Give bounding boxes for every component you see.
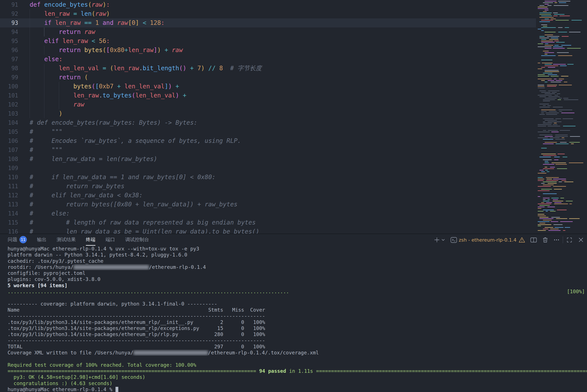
code-line[interactable]: 105# """ — [0, 127, 587, 136]
line-number: 98 — [0, 64, 18, 73]
minimap-line — [538, 86, 544, 87]
panel-tab-debug-console[interactable]: 调试控制台 — [125, 234, 149, 246]
minimap-line — [541, 24, 547, 25]
code-line[interactable]: 113# return bytes([0x80 + len_raw_data])… — [0, 200, 587, 209]
code-line[interactable]: 96 return bytes([0x80+len_raw]) + raw — [0, 46, 587, 55]
panel-tab-ports[interactable]: 端口 — [106, 234, 115, 246]
minimap-line — [550, 211, 556, 212]
code-line[interactable]: 112# elif len_raw_data < 0x38: — [0, 191, 587, 200]
code-text: len_raw.to_bytes(len_len_val) + — [30, 91, 186, 100]
minimap-line — [554, 5, 568, 6]
terminal-line: Coverage XML written to file /Users/huny… — [8, 350, 587, 356]
more-actions-button[interactable] — [554, 239, 559, 241]
line-number: 107 — [0, 146, 18, 154]
terminal-tab-label[interactable]: zsh - ethereum-rlp-0.1.4 — [459, 237, 516, 243]
minimap-line — [556, 42, 565, 42]
minimap-line — [553, 46, 563, 47]
minimap[interactable] — [536, 0, 587, 234]
new-terminal-button[interactable] — [434, 237, 440, 243]
minimap-line — [543, 105, 546, 106]
code-text: else: — [30, 55, 63, 64]
minimap-line — [564, 100, 578, 100]
minimap-line — [543, 123, 552, 124]
minimap-line — [553, 64, 566, 64]
minimap-line — [564, 182, 573, 182]
minimap-line — [567, 64, 573, 64]
code-line[interactable]: 114# else: — [0, 209, 587, 218]
code-line[interactable]: 93 if len_raw == 1 and raw[0] < 128: — [0, 18, 587, 28]
panel-tab-output[interactable]: 输出 — [37, 234, 47, 246]
code-line[interactable]: 99 return ( — [0, 73, 587, 82]
minimap-line — [538, 124, 551, 125]
code-line[interactable]: 102 raw — [0, 100, 587, 109]
code-line[interactable]: 109 — [0, 164, 587, 173]
code-line[interactable]: 115# # length of raw data represented as… — [0, 218, 587, 227]
split-terminal-button[interactable] — [530, 237, 537, 243]
code-line[interactable]: 111# return raw_bytes — [0, 182, 587, 191]
code-line[interactable]: 106# Encodes `raw_bytes`, a sequence of … — [0, 136, 587, 146]
code-editor[interactable]: 91def encode_bytes(raw):92 len_raw = len… — [0, 0, 587, 234]
line-number: 105 — [0, 127, 18, 136]
minimap-line — [545, 18, 549, 19]
minimap-line — [538, 204, 551, 204]
code-line[interactable]: 91def encode_bytes(raw): — [0, 0, 587, 9]
minimap-line — [539, 14, 551, 15]
minimap-line — [543, 168, 554, 169]
tab-label: 输出 — [37, 236, 47, 243]
terminal-line: cachedir: .tox/py3/.pytest_cache — [8, 258, 587, 264]
code-line[interactable]: 110# if len_raw_data == 1 and raw_bytes[… — [0, 173, 587, 182]
minimap-line — [541, 183, 545, 184]
minimap-line — [541, 27, 556, 28]
kill-terminal-button[interactable] — [542, 237, 548, 243]
minimap-line — [543, 210, 554, 210]
split-icon — [530, 237, 537, 243]
minimap-line — [538, 208, 541, 209]
code-line[interactable]: 100 bytes([0xb7 + len_len_val]) + — [0, 82, 587, 91]
minimap-line — [546, 211, 548, 212]
code-line[interactable]: 97 else: — [0, 55, 587, 64]
minimap-line — [545, 10, 548, 10]
line-number: 112 — [0, 191, 18, 200]
code-line[interactable]: 116# len_raw_data_as_be = Uint(len_raw_d… — [0, 227, 587, 234]
code-line[interactable]: 107# """ — [0, 146, 587, 154]
terminal-warning[interactable] — [519, 237, 525, 243]
minimap-line — [557, 52, 569, 53]
minimap-line — [538, 79, 552, 79]
minimap-line — [539, 107, 550, 108]
minimap-line — [555, 164, 567, 165]
minimap-line — [538, 221, 549, 222]
code-line[interactable]: 95 elif len_raw < 56: — [0, 36, 587, 46]
launch-profile-dropdown[interactable] — [441, 238, 445, 241]
minimap-line — [569, 32, 581, 32]
minimap-line — [541, 92, 550, 93]
code-line[interactable]: 101 len_raw.to_bytes(len_len_val) + — [0, 91, 587, 100]
close-panel-button[interactable] — [578, 237, 583, 242]
trash-icon — [542, 237, 548, 243]
minimap-line — [569, 162, 583, 163]
terminal-output[interactable]: hunya@hunyaMac ethereum-rlp-0.1.4 % uvx … — [0, 246, 587, 392]
code-line[interactable]: 108# len_raw_data = len(raw_bytes) — [0, 154, 587, 164]
code-line[interactable]: 92 len_raw = len(raw) — [0, 9, 587, 18]
terminal-tab[interactable] — [451, 237, 457, 243]
code-line[interactable]: 103 ) — [0, 109, 587, 118]
minimap-line — [558, 1, 570, 2]
maximize-panel-button[interactable] — [566, 237, 572, 243]
panel-tab-test-results[interactable]: 测试结果 — [57, 234, 76, 246]
minimap-line — [563, 98, 568, 98]
minimap-line — [548, 126, 560, 126]
minimap-line — [543, 164, 554, 165]
minimap-line — [554, 95, 558, 96]
code-line[interactable]: 94 return raw — [0, 28, 587, 36]
code-line[interactable]: 98 len_len_val = (len_raw.bit_length() +… — [0, 64, 587, 73]
panel-tab-problems[interactable]: 问题11 — [8, 234, 27, 246]
code-line[interactable]: 104# def encode_bytes(raw_bytes: Bytes) … — [0, 118, 587, 127]
line-number: 102 — [0, 100, 18, 109]
code-text: len_raw = len(raw) — [30, 9, 110, 18]
minimap-line — [559, 111, 562, 112]
minimap-line — [538, 224, 551, 225]
close-icon — [578, 237, 583, 242]
minimap-line — [556, 218, 567, 219]
minimap-line — [554, 204, 568, 204]
minimap-line — [545, 52, 554, 53]
panel-tab-terminal[interactable]: 终端 — [86, 234, 95, 246]
